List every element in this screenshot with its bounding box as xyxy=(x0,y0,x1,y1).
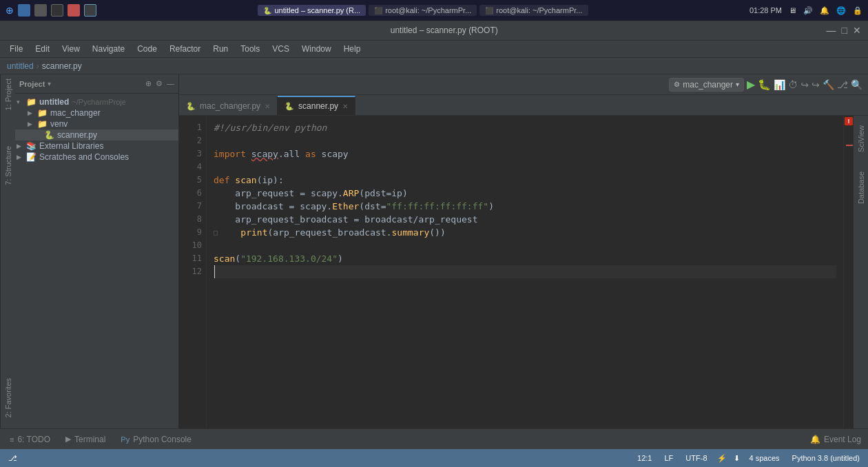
tree-item-mac-changer[interactable]: ▶ 📁 mac_changer xyxy=(15,107,178,118)
code-l9-close: ()) xyxy=(429,226,445,239)
code-editor[interactable]: 1 2 3 4 5 6 7 8 9 10 11 12 # xyxy=(179,116,843,428)
bottom-tabs-bar: ≡ 6: TODO ▶ Terminal Py Python Console 🔔… xyxy=(0,428,868,449)
bottom-tab-event-log-label: Event Log xyxy=(824,435,861,444)
tab-scanner-py[interactable]: 🐍 scanner.py ✕ xyxy=(278,96,355,115)
right-tab-database[interactable]: Database xyxy=(856,169,867,207)
minimize-button[interactable]: — xyxy=(827,25,836,36)
event-log-icon: 🔔 xyxy=(810,435,820,444)
status-encoding[interactable]: UTF-8 xyxy=(683,454,710,462)
back-button[interactable]: ↩ xyxy=(800,79,809,90)
tab-scanner-close[interactable]: ✕ xyxy=(342,103,348,110)
build-button[interactable]: 🔨 xyxy=(823,79,834,90)
tree-arrow-external-libs: ▶ xyxy=(17,143,26,149)
bottom-tab-terminal[interactable]: ▶ Terminal xyxy=(59,430,112,449)
status-python-version[interactable]: Python 3.8 (untitled) xyxy=(789,454,862,462)
title-bar: untitled – scanner.py (ROOT) — □ ✕ xyxy=(0,21,868,40)
tab-mac-changer-label: mac_changer.py xyxy=(200,101,260,111)
bottom-tab-event-log[interactable]: 🔔 Event Log xyxy=(803,430,868,449)
breadcrumb-file[interactable]: scanner.py xyxy=(42,61,82,71)
line-num-1: 1 xyxy=(179,121,202,134)
profile-button[interactable]: ⏱ xyxy=(788,79,798,90)
sidebar: Project ▾ ⊕ ⚙ — ▾ 📁 untitled ~/PycharmPr… xyxy=(15,74,179,428)
git-button[interactable]: ⎇ xyxy=(837,79,848,90)
code-l9-print xyxy=(219,226,240,239)
sidebar-settings-icon[interactable]: ⚙ xyxy=(156,79,163,88)
folder-root-icon: 📁 xyxy=(26,97,37,107)
menu-file[interactable]: File xyxy=(4,43,28,55)
sidebar-minimize-icon[interactable]: — xyxy=(167,79,174,88)
forward-button[interactable]: ↪ xyxy=(812,79,820,90)
code-def-kw: def xyxy=(214,174,235,187)
menu-code[interactable]: Code xyxy=(132,43,163,55)
left-label-structure[interactable]: 7: Structure xyxy=(2,142,14,189)
code-line-11: scan("192.168.133.0/24") xyxy=(214,252,836,265)
config-label: mac_changer xyxy=(683,80,733,90)
terminal-icon: ▶ xyxy=(65,435,71,444)
tree-item-venv[interactable]: ▶ 📁 venv xyxy=(15,118,178,129)
os-tabs: 🐍 untitled – scanner.py (R... ⬛ root@kal… xyxy=(258,5,588,16)
code-l6-method: ARP xyxy=(343,187,359,200)
tab-scanner-label: scanner.py xyxy=(298,101,338,111)
code-l9-fn: print xyxy=(240,226,267,239)
os-lock-icon: 🔒 xyxy=(853,6,862,15)
status-indent[interactable]: 4 spaces xyxy=(747,454,783,462)
search-everywhere-button[interactable]: 🔍 xyxy=(851,79,862,90)
tree-item-scanner-py[interactable]: ▶ 🐍 scanner.py xyxy=(15,129,178,141)
maximize-button[interactable]: □ xyxy=(842,25,847,36)
os-tab-3[interactable]: ⬛ root@kali: ~/PycharmPr... xyxy=(479,5,588,16)
left-label-project[interactable]: 1: Project xyxy=(2,74,14,114)
menu-navigate[interactable]: Navigate xyxy=(87,43,130,55)
tree-item-external-libs[interactable]: ▶ 📚 External Libraries xyxy=(15,141,178,152)
line-numbers: 1 2 3 4 5 6 7 8 9 10 11 12 xyxy=(179,116,207,428)
tree-item-scratches[interactable]: ▶ 📝 Scratches and Consoles xyxy=(15,152,178,163)
menu-refactor[interactable]: Refactor xyxy=(164,43,206,55)
python-console-icon: Py xyxy=(121,435,130,444)
bottom-tab-terminal-label: Terminal xyxy=(74,435,105,444)
os-tab-2[interactable]: ⬛ root@kali: ~/PycharmPr... xyxy=(369,5,477,16)
code-content[interactable]: #!/usr/bin/env python import scapy.all a… xyxy=(207,116,843,428)
os-bar-right: 01:28 PM 🖥 🔊 🔔 🌐 🔒 xyxy=(750,6,862,15)
breadcrumb-project[interactable]: untitled xyxy=(7,61,34,71)
os-tab-1[interactable]: 🐍 untitled – scanner.py (R... xyxy=(258,5,366,16)
tree-arrow-venv: ▶ xyxy=(28,121,37,127)
run-with-coverage-button[interactable]: 📊 xyxy=(774,79,785,90)
menu-run[interactable]: Run xyxy=(207,43,234,55)
close-button[interactable]: ✕ xyxy=(853,25,861,36)
menu-edit[interactable]: Edit xyxy=(30,43,55,55)
tree-item-untitled[interactable]: ▾ 📁 untitled ~/PycharmProje xyxy=(15,96,178,107)
app-icon-pycharm xyxy=(84,4,96,17)
menu-tools[interactable]: Tools xyxy=(235,43,265,55)
sidebar-globe-icon[interactable]: ⊕ xyxy=(145,79,152,88)
os-taskbar-left: ⊕ xyxy=(6,4,96,17)
line-num-8: 8 xyxy=(179,213,202,226)
menu-help[interactable]: Help xyxy=(338,43,366,55)
tab-mac-changer[interactable]: 🐍 mac_changer.py ✕ xyxy=(179,96,278,115)
menu-view[interactable]: View xyxy=(56,43,85,55)
tree-label-untitled: untitled xyxy=(39,97,69,107)
sidebar-dropdown-icon[interactable]: ▾ xyxy=(48,80,51,87)
code-def-name: scan xyxy=(235,174,256,187)
todo-icon: ≡ xyxy=(10,435,14,444)
gutter-marker-1 xyxy=(846,145,853,146)
run-button[interactable]: ▶ xyxy=(747,78,755,91)
line-num-10: 10 xyxy=(179,239,202,252)
sidebar-title: Project xyxy=(19,80,45,88)
menu-window[interactable]: Window xyxy=(296,43,337,55)
status-vcs-icon[interactable]: ⎇ xyxy=(6,454,20,463)
sidebar-header-left: Project ▾ xyxy=(19,80,51,88)
right-tab-sciview[interactable]: SciView xyxy=(856,123,867,155)
status-line-ending[interactable]: LF xyxy=(662,454,676,462)
editor-area: ⚙ mac_changer ▾ ▶ 🐛 📊 ⏱ ↩ ↪ 🔨 ⎇ 🔍 🐍 mac_… xyxy=(179,74,868,428)
left-label-favorites[interactable]: 2: Favorites xyxy=(2,374,14,422)
os-tab-2-label: root@kali: ~/PycharmPr... xyxy=(385,6,471,14)
menu-vcs[interactable]: VCS xyxy=(267,43,295,55)
run-configuration-selector[interactable]: ⚙ mac_changer ▾ xyxy=(669,78,744,92)
os-volume-icon: 🔊 xyxy=(803,6,813,15)
debug-button[interactable]: 🐛 xyxy=(758,79,771,91)
bottom-tab-todo[interactable]: ≡ 6: TODO xyxy=(3,430,57,449)
tab-mac-changer-close[interactable]: ✕ xyxy=(265,103,270,110)
code-line-10 xyxy=(214,239,836,252)
bottom-tab-python-console[interactable]: Py Python Console xyxy=(114,430,198,449)
status-memory-icon: ⬇ xyxy=(734,454,740,463)
status-position[interactable]: 12:1 xyxy=(634,454,654,462)
